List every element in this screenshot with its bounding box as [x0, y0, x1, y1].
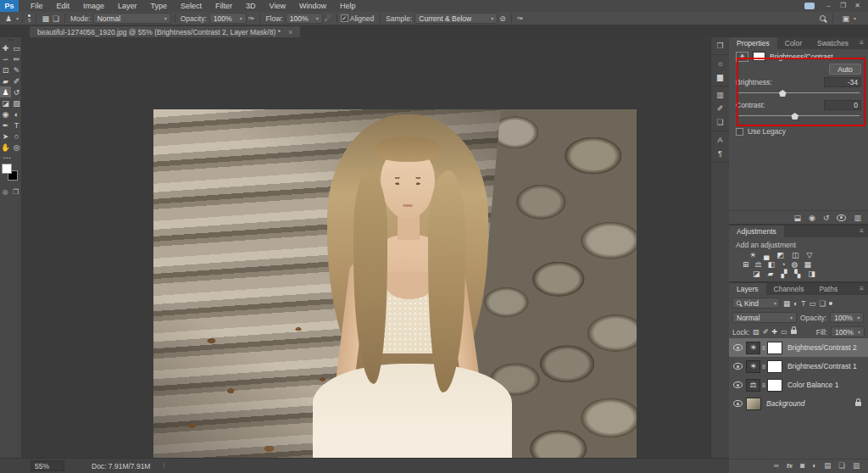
visibility-eye-icon[interactable] — [733, 344, 743, 351]
lock-artboard-icon[interactable]: ▭ — [781, 328, 787, 336]
layer-mask-thumbnail[interactable] — [753, 52, 765, 61]
auto-button[interactable]: Auto — [829, 64, 861, 75]
brightness-value-field[interactable]: -34 — [824, 77, 861, 87]
reset-adjustment-icon[interactable]: ↺ — [823, 214, 830, 222]
color-balance-adjustment-icon[interactable]: ⚖ — [755, 260, 762, 269]
hue-saturation-adjustment-icon[interactable]: ⊞ — [743, 260, 749, 269]
filter-adjustment-layers-icon[interactable]: ◐ — [793, 299, 798, 308]
fill-dropdown[interactable]: 100% ▾ — [831, 326, 865, 337]
menu-view[interactable]: View — [263, 0, 292, 12]
shape-tool[interactable]: ○ — [11, 131, 22, 142]
filter-smart-objects-icon[interactable]: ❏ — [819, 299, 826, 308]
filter-pixel-layers-icon[interactable]: ▦ — [783, 299, 790, 308]
close-button[interactable]: ✕ — [850, 0, 865, 12]
adjustments-panel-icon[interactable]: ☼ — [711, 57, 729, 70]
panel-menu-icon[interactable]: ≡ — [860, 37, 868, 49]
adjustment-layer-icon[interactable]: ☀ — [746, 360, 760, 373]
new-layer-icon[interactable]: ❏ — [838, 461, 845, 470]
history-panel-icon[interactable]: ❐ — [711, 39, 729, 53]
delete-adjustment-icon[interactable]: ▥ — [854, 214, 861, 222]
threshold-adjustment-icon[interactable]: ▞ — [781, 270, 787, 278]
visibility-eye-icon[interactable] — [733, 381, 743, 388]
menu-file[interactable]: File — [24, 0, 50, 12]
new-group-icon[interactable]: ▤ — [824, 461, 831, 470]
mode-dropdown[interactable]: Normal ▾ — [93, 13, 171, 24]
panel-menu-icon[interactable]: ≡ — [860, 283, 868, 295]
clone-source-panel-icon[interactable]: ❏ — [711, 115, 729, 129]
layer-row-background[interactable]: Background — [729, 394, 868, 413]
curves-adjustment-icon[interactable]: ◩ — [776, 251, 784, 259]
lock-pixels-icon[interactable]: ✐ — [763, 328, 769, 336]
character-panel-icon[interactable]: A — [711, 133, 729, 147]
pressure-size-icon[interactable]: ✑ — [515, 14, 526, 23]
tab-paths[interactable]: Paths — [811, 283, 845, 295]
zoom-level-field[interactable]: 55% — [31, 460, 64, 471]
layers-opacity-dropdown[interactable]: 100% ▾ — [830, 312, 864, 323]
mask-link-icon[interactable]: 8 — [762, 382, 765, 388]
vibrance-adjustment-icon[interactable]: ▽ — [807, 251, 813, 259]
opacity-dropdown[interactable]: 100% ▾ — [209, 13, 247, 24]
type-tool[interactable]: T — [11, 120, 22, 131]
filter-toggle-icon[interactable] — [829, 302, 832, 305]
sample-dropdown[interactable]: Current & Below ▾ — [415, 13, 498, 24]
clone-stamp-tool[interactable]: ♟ — [0, 86, 11, 97]
pen-tool[interactable]: ✒ — [0, 120, 11, 131]
invert-adjustment-icon[interactable]: ◪ — [753, 270, 760, 278]
lock-transparency-icon[interactable]: ▨ — [753, 328, 760, 336]
layer-row-color-balance-1[interactable]: ⚖ 8 Color Balance 1 — [729, 376, 868, 394]
crop-tool[interactable]: ⊡ — [0, 64, 11, 75]
visibility-eye-icon[interactable] — [733, 400, 743, 407]
hand-tool[interactable]: ✋ — [0, 142, 11, 153]
tab-properties[interactable]: Properties — [729, 37, 777, 49]
pressure-opacity-icon[interactable]: ✑ — [247, 14, 257, 23]
paragraph-panel-icon[interactable]: ¶ — [711, 147, 729, 160]
layer-thumbnail[interactable] — [746, 398, 761, 410]
view-previous-state-icon[interactable]: ◉ — [809, 214, 815, 222]
canvas-area[interactable] — [22, 37, 710, 458]
status-options-arrow-icon[interactable]: 〉 — [162, 461, 169, 470]
color-lookup-adjustment-icon[interactable]: ▦ — [804, 260, 811, 269]
minimize-button[interactable]: – — [821, 0, 836, 12]
black-white-adjustment-icon[interactable]: ◧ — [768, 260, 776, 269]
panel-menu-icon[interactable]: ≡ — [860, 225, 868, 237]
brightness-slider[interactable] — [737, 89, 860, 97]
filter-shape-layers-icon[interactable]: ▭ — [809, 299, 815, 308]
tab-swatches[interactable]: Swatches — [810, 37, 856, 49]
brightness-slider-thumb[interactable] — [779, 90, 787, 97]
tab-close-icon[interactable]: × — [288, 28, 292, 36]
filter-kind-dropdown[interactable]: Kind ▾ — [732, 298, 780, 309]
menu-help[interactable]: Help — [333, 0, 363, 12]
adjustment-layer-icon[interactable]: ⚖ — [746, 379, 760, 392]
menu-image[interactable]: Image — [76, 0, 111, 12]
brush-preset-picker[interactable]: 5 — [26, 14, 32, 22]
gradient-tool[interactable]: ▨ — [11, 97, 22, 109]
zoom-tool[interactable]: ◎ — [11, 142, 22, 153]
delete-layer-icon[interactable]: ▥ — [853, 461, 860, 470]
menu-3d[interactable]: 3D — [239, 0, 263, 12]
healing-brush-tool[interactable]: ▰ — [0, 75, 11, 86]
search-icon[interactable] — [820, 15, 826, 21]
brightness-contrast-adjustment-icon[interactable]: ☀ — [749, 251, 756, 259]
clip-to-layer-icon[interactable]: ⬓ — [794, 214, 802, 222]
layer-mask-thumbnail[interactable] — [767, 379, 782, 392]
open-document-image[interactable] — [153, 109, 637, 473]
aligned-checkbox[interactable]: ✓ — [341, 14, 348, 22]
clone-source-panel-icon[interactable]: ❏ — [51, 14, 61, 23]
menu-window[interactable]: Window — [292, 0, 333, 12]
mask-link-icon[interactable]: 8 — [762, 345, 765, 351]
ignore-adjustment-layers-icon[interactable]: ⊘ — [498, 14, 508, 23]
path-selection-tool[interactable]: ➤ — [0, 131, 11, 142]
blend-mode-dropdown[interactable]: Normal ▾ — [732, 312, 797, 323]
menu-type[interactable]: Type — [144, 0, 175, 12]
eyedropper-tool[interactable]: ✎ — [11, 64, 22, 75]
selective-color-adjustment-icon[interactable]: ▚ — [794, 270, 800, 278]
visibility-eye-icon[interactable] — [733, 363, 743, 370]
screen-mode-icon[interactable]: ❐ — [13, 188, 19, 196]
airbrush-icon[interactable]: ☄ — [323, 14, 333, 23]
contrast-slider-thumb[interactable] — [791, 113, 798, 120]
foreground-color-swatch[interactable] — [2, 164, 12, 174]
quick-mask-icon[interactable]: ◎ — [3, 188, 8, 196]
quick-selection-tool[interactable]: ✏ — [11, 53, 22, 64]
document-tab[interactable]: beautiful-1274056_1920.jpg @ 55% (Bright… — [29, 25, 301, 37]
lock-all-icon[interactable] — [791, 330, 797, 334]
